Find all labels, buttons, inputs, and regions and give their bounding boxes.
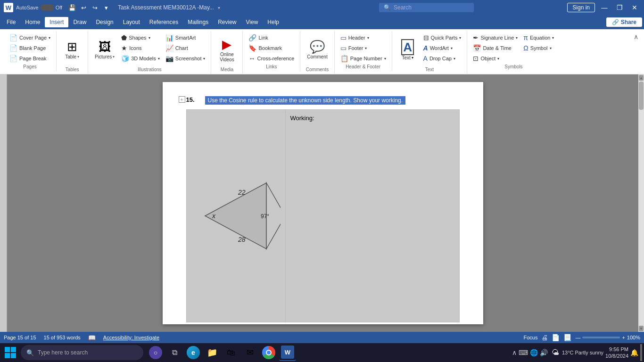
collapse-ribbon-button[interactable]: ∧ [634, 33, 638, 41]
drop-cap-button[interactable]: A Drop Cap ▾ [421, 54, 463, 63]
menu-file[interactable]: File [2, 17, 20, 27]
quick-parts-icon: ⊟ [423, 34, 429, 41]
bookmark-button[interactable]: 🔖 Bookmark [247, 43, 296, 53]
title-search-box[interactable]: 🔍 [379, 3, 474, 12]
chevron-up-icon[interactable]: ∧ [512, 349, 517, 356]
restore-button[interactable]: ❐ [614, 2, 625, 13]
taskbar-word-button[interactable]: W [279, 344, 296, 361]
smartart-button[interactable]: 📊 SmartArt [164, 33, 207, 42]
undo-button[interactable]: ↩ [78, 2, 89, 13]
object-button[interactable]: ⊡ Object ▾ [471, 54, 520, 63]
keyboard-icon[interactable]: ⌨ [519, 349, 528, 356]
focus-label[interactable]: Focus [523, 335, 537, 340]
menu-design[interactable]: Design [91, 17, 118, 27]
taskbar-edge-button[interactable]: e [185, 344, 202, 361]
online-videos-button[interactable]: ▶ OnlineVideos [215, 33, 239, 66]
clock[interactable]: 9:56 PM 10/8/2024 [605, 346, 628, 360]
page-number-button[interactable]: 📋 Page Number ▾ [339, 54, 388, 63]
windows-logo-icon [5, 347, 16, 358]
show-desktop-button[interactable] [640, 344, 642, 361]
menu-bar: File Home Insert Draw Design Layout Refe… [0, 15, 644, 29]
menu-insert[interactable]: Insert [45, 17, 68, 27]
link-button[interactable]: 🔗 Link [247, 33, 296, 42]
header-button[interactable]: ▭ Header ▾ [339, 33, 388, 42]
icons-button[interactable]: ★ Icons [119, 43, 162, 53]
autosave-toggle[interactable]: AutoSave Off [16, 4, 62, 11]
taskbar-chrome-button[interactable] [260, 344, 277, 361]
menu-mailings[interactable]: Mailings [183, 17, 213, 27]
equation-button[interactable]: π Equation ▾ [521, 33, 556, 42]
word-taskbar-icon: W [281, 346, 294, 359]
view-web-icon[interactable]: 📄 [552, 334, 560, 341]
pictures-button[interactable]: 🖼 Pictures ▾ [92, 33, 117, 66]
doc-scroll[interactable]: + 15. Use the Cosine rule to calculate t… [7, 74, 638, 332]
chart-button[interactable]: 📈 Chart [164, 43, 207, 53]
symbol-button[interactable]: Ω Symbol ▾ [521, 43, 556, 53]
view-print-icon[interactable]: 🖨 [541, 334, 548, 341]
view-read-icon[interactable]: 📃 [563, 334, 571, 341]
taskbar-store-button[interactable]: 🛍 [223, 344, 239, 361]
signature-line-button[interactable]: ✒ Signature Line ▾ [471, 33, 520, 42]
menu-draw[interactable]: Draw [68, 17, 91, 27]
blank-page-button[interactable]: 📄 Blank Page [8, 43, 52, 53]
zoom-in-button[interactable]: + [622, 335, 625, 340]
share-button[interactable]: 🔗 Share [606, 17, 642, 27]
menu-references[interactable]: References [145, 17, 183, 27]
taskbar-taskview-button[interactable]: ⧉ [166, 344, 183, 361]
quick-parts-button[interactable]: ⊟ Quick Parts ▾ [421, 33, 463, 42]
menu-view[interactable]: View [241, 17, 263, 27]
save-button[interactable]: 💾 [67, 2, 77, 13]
3d-models-button[interactable]: 🧊 3D Models ▾ [119, 54, 162, 63]
zoom-out-button[interactable]: — [575, 335, 580, 340]
close-button[interactable]: ✕ [629, 2, 640, 13]
scroll-down-button[interactable]: ▼ [639, 326, 644, 331]
media-content: ▶ OnlineVideos [215, 33, 239, 66]
accessibility-label[interactable]: Accessibility: Investigate [103, 335, 159, 340]
screenshot-button[interactable]: 📷 Screenshot ▾ [164, 54, 207, 63]
volume-icon[interactable]: 🔊 [540, 349, 548, 356]
wordart-button[interactable]: A WordArt ▾ [421, 43, 463, 53]
menu-review[interactable]: Review [213, 17, 241, 27]
chrome-icon [262, 346, 275, 359]
taskbar-cortana-button[interactable]: ○ [147, 344, 164, 361]
working-cell[interactable]: Working: [286, 110, 459, 322]
table-button[interactable]: ⊞ Table ▾ [60, 33, 84, 66]
scroll-thumb[interactable] [639, 82, 644, 110]
taskbar-files-button[interactable]: 📁 [204, 344, 221, 361]
page-break-button[interactable]: 📄 Page Break [8, 54, 52, 63]
shapes-button[interactable]: ⬟ Shapes ▾ [119, 33, 162, 42]
date-label: 10/8/2024 [605, 353, 628, 359]
comment-button[interactable]: 💬 Comment [304, 33, 330, 66]
autosave-toggle-btn[interactable] [41, 4, 54, 11]
symbol-icon: Ω [523, 44, 528, 52]
scrollbar[interactable]: ▲ ▼ [638, 74, 644, 332]
sign-in-button[interactable]: Sign in [567, 3, 595, 12]
network-icon[interactable]: 🌐 [530, 349, 538, 356]
customize-qat-button[interactable]: ▾ [101, 2, 111, 13]
doc-title-arrow[interactable]: ▾ [218, 5, 220, 10]
text-arrow: ▾ [412, 56, 413, 60]
minimize-button[interactable]: — [599, 2, 610, 13]
cover-page-button[interactable]: 📄 Cover Page ▾ [8, 33, 52, 42]
start-button[interactable] [2, 344, 19, 361]
illus-col2: 📊 SmartArt 📈 Chart 📷 Screenshot ▾ [164, 33, 207, 63]
search-input[interactable] [394, 4, 469, 11]
files-icon: 📁 [206, 346, 219, 359]
taskbar-mail-button[interactable]: ✉ [241, 344, 258, 361]
notification-icon[interactable]: 🔔 [630, 349, 638, 356]
menu-layout[interactable]: Layout [118, 17, 145, 27]
scroll-up-button[interactable]: ▲ [639, 75, 644, 81]
footer-button[interactable]: ▭ Footer ▾ [339, 43, 388, 53]
edge-icon: e [187, 346, 200, 359]
object-arrow: ▾ [497, 57, 499, 61]
text-box-button[interactable]: A Text ▾ [396, 33, 420, 66]
taskbar-search-box[interactable]: 🔍 Type here to search [21, 345, 143, 360]
question-text: Use the Cosine rule to calculate the unk… [205, 96, 406, 105]
date-time-button[interactable]: 📅 Date & Time [471, 43, 520, 53]
redo-button[interactable]: ↪ [90, 2, 100, 13]
cross-reference-button[interactable]: ↔ Cross-reference [247, 54, 296, 63]
add-content-button[interactable]: + [179, 96, 185, 103]
menu-help[interactable]: Help [263, 17, 284, 27]
zoom-slider[interactable] [582, 337, 620, 338]
menu-home[interactable]: Home [20, 17, 45, 27]
